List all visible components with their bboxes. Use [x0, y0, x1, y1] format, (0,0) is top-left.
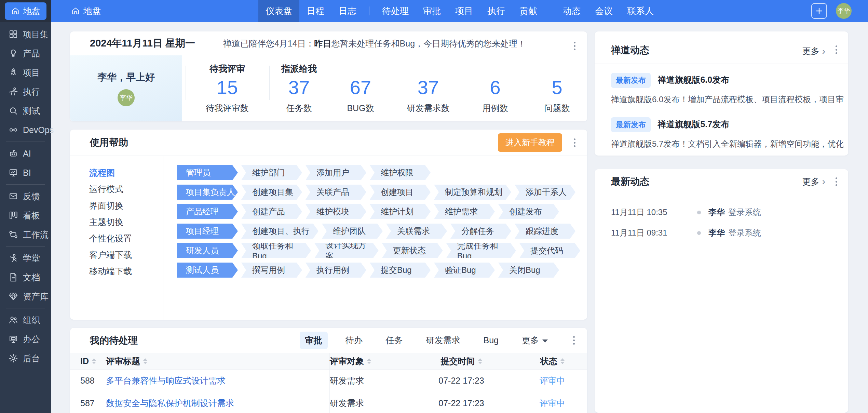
tab-execution[interactable]: 执行: [480, 0, 512, 22]
sidebar-item-label: 学堂: [23, 253, 40, 264]
tab-todo[interactable]: 待处理: [375, 0, 416, 22]
sidebar-item-program[interactable]: 项目集: [0, 25, 51, 44]
tab-dashboard[interactable]: 仪表盘: [258, 0, 299, 22]
stat-issue-count[interactable]: 5 问题数: [519, 75, 587, 114]
tab-log[interactable]: 日志: [331, 0, 364, 22]
sidebar-item-qa[interactable]: 测试: [0, 101, 51, 120]
help-menu-button[interactable]: [571, 136, 578, 150]
tab-contacts[interactable]: 联系人: [620, 0, 661, 22]
column-header-status[interactable]: 状态: [518, 353, 587, 369]
review-table: ID 评审标题 评审对象 提交时间 状态 588 多平台兼容性与响应式设计需求 …: [70, 353, 587, 413]
status-badge[interactable]: 评审中: [540, 398, 565, 409]
column-header-object[interactable]: 评审对象: [330, 353, 405, 369]
breadcrumb[interactable]: 地盘: [71, 5, 101, 17]
flow-step: 添加用户: [306, 165, 366, 180]
sidebar-item-ai[interactable]: AI: [0, 144, 51, 163]
todo-menu-button[interactable]: [570, 333, 578, 347]
tab-contribution[interactable]: 贡献: [512, 0, 544, 22]
release-title[interactable]: 禅道旗舰版5.7发布: [657, 119, 729, 129]
flow-step: 分解任务: [450, 224, 511, 239]
review-title-link[interactable]: 数据安全与隐私保护机制设计需求: [106, 398, 234, 409]
stats-divider: [186, 66, 186, 100]
status-badge[interactable]: 评审中: [540, 375, 565, 386]
tab-meeting[interactable]: 会议: [588, 0, 620, 22]
activity-user[interactable]: 李华: [708, 227, 725, 238]
sidebar-item-devops[interactable]: DevOps: [0, 120, 51, 139]
welcome-message: 禅道已陪伴您4月14日：昨日您暂未处理任务和Bug，今日期待优秀的您来处理！: [223, 38, 526, 49]
teacher-icon: [8, 253, 18, 263]
sidebar-item-home[interactable]: 地盘: [5, 2, 46, 20]
kanban-icon: [8, 210, 18, 221]
table-row[interactable]: 587 数据安全与隐私保护机制设计需求 研发需求 07-22 17:23 评审中: [70, 392, 587, 413]
stat-review-count[interactable]: 15 待我评审数: [190, 75, 265, 114]
flow-role: 项目集负责人: [177, 185, 238, 200]
sidebar-item-assets[interactable]: 资产库: [0, 287, 51, 306]
activity-user[interactable]: 李华: [708, 207, 725, 218]
activity-menu-button[interactable]: [833, 175, 840, 189]
news-menu-button[interactable]: [833, 43, 840, 57]
cell-time: 07-22 17:23: [405, 392, 518, 413]
news-item[interactable]: 最新发布 禅道旗舰版5.7发布 禅道旗舰版5.7发布！文档引入全新编辑器，新增空…: [595, 105, 848, 149]
sidebar-item-bi[interactable]: BI: [0, 163, 51, 182]
tab-todo[interactable]: 待办: [340, 332, 368, 349]
sidebar-item-workflow[interactable]: 工作流: [0, 225, 51, 244]
news-item[interactable]: 最新发布 禅道旗舰版6.0发布 禅道旗舰版6.0发布！增加产品流程模板、项目流程…: [595, 64, 848, 105]
user-avatar[interactable]: 李华: [836, 3, 852, 19]
column-header-time[interactable]: 提交时间: [405, 353, 518, 369]
tab-project[interactable]: 项目: [448, 0, 480, 22]
sidebar-item-tutorial[interactable]: 学堂: [0, 249, 51, 268]
tab-approval[interactable]: 审批: [416, 0, 448, 22]
release-title[interactable]: 禅道旗舰版6.0发布: [657, 75, 729, 84]
flow-step: 更新状态: [382, 243, 443, 258]
tab-task[interactable]: 任务: [380, 332, 408, 349]
create-button[interactable]: [811, 3, 827, 19]
welcome-menu-button[interactable]: [571, 39, 578, 53]
tab-calendar[interactable]: 日程: [299, 0, 331, 22]
activity-more-link[interactable]: 更多›: [802, 176, 825, 187]
mail-icon: [8, 191, 18, 201]
sidebar-item-doc[interactable]: 文档: [0, 268, 51, 287]
tab-dynamic[interactable]: 动态: [556, 0, 588, 22]
news-more-link[interactable]: 更多›: [802, 45, 825, 57]
tab-more[interactable]: 更多: [516, 332, 553, 349]
sidebar-item-kanban[interactable]: 看板: [0, 206, 51, 225]
column-header-id[interactable]: ID: [80, 353, 106, 369]
sidebar-item-admin[interactable]: 后台: [0, 349, 51, 368]
robot-icon: [8, 148, 18, 159]
flow-role: 研发人员: [177, 243, 238, 258]
flow-step: 领取任务和Bug: [241, 243, 311, 258]
stat-story-count[interactable]: 37 研发需求数: [391, 75, 466, 114]
help-menu-theme-switch[interactable]: 主题切换: [70, 214, 163, 230]
review-title-link[interactable]: 多平台兼容性与响应式设计需求: [106, 375, 226, 386]
help-menu-ui-switch[interactable]: 界面切换: [70, 197, 163, 214]
tab-bug[interactable]: Bug: [478, 332, 504, 348]
stat-label: BUG数: [323, 103, 398, 114]
tab-story[interactable]: 研发需求: [421, 332, 466, 349]
sidebar-item-feedback[interactable]: 反馈: [0, 187, 51, 206]
stat-value: 37: [391, 75, 466, 100]
help-menu-run-mode[interactable]: 运行模式: [70, 181, 163, 197]
welcome-message-bold: 昨日: [314, 39, 331, 48]
tab-approval[interactable]: 审批: [300, 332, 328, 349]
sidebar-item-execution[interactable]: 执行: [0, 82, 51, 101]
flow-row-developer: 研发人员 领取任务和Bug 设计实现方案 更新状态 完成任务和Bug 提交代码: [177, 243, 580, 258]
help-menu-flowchart[interactable]: 流程图: [70, 164, 163, 181]
help-menu-personalization[interactable]: 个性化设置: [70, 230, 163, 247]
greeting-avatar: 李华: [118, 89, 135, 106]
home-icon: [11, 6, 20, 15]
activity-title: 最新动态: [611, 175, 649, 188]
flow-step: 创建产品: [241, 204, 302, 219]
tutorial-button[interactable]: 进入新手教程: [498, 133, 562, 152]
column-header-title[interactable]: 评审标题: [106, 353, 330, 369]
flow-step: 关联需求: [386, 224, 447, 239]
stat-bug-count[interactable]: 67 BUG数: [323, 75, 398, 114]
help-menu-client-download[interactable]: 客户端下载: [70, 247, 163, 263]
help-menu-mobile-download[interactable]: 移动端下载: [70, 263, 163, 279]
sidebar-item-product[interactable]: 产品: [0, 44, 51, 63]
people-icon: [8, 315, 18, 325]
sidebar-item-org[interactable]: 组织: [0, 310, 51, 330]
table-row[interactable]: 588 多平台兼容性与响应式设计需求 研发需求 07-22 17:23 评审中: [70, 370, 587, 392]
sidebar-item-oa[interactable]: 办公: [0, 330, 51, 349]
sidebar-item-label: 测试: [23, 105, 40, 117]
sidebar-item-project[interactable]: 项目: [0, 63, 51, 82]
